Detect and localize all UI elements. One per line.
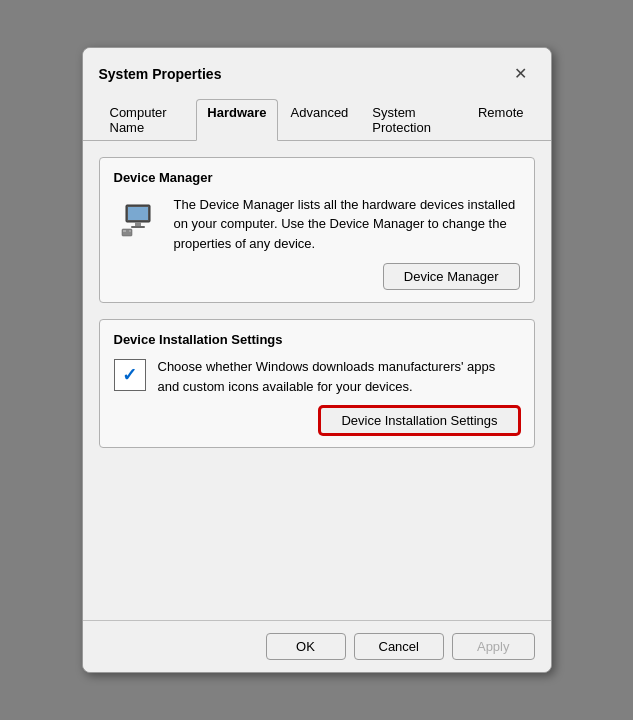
checkmark-icon: ✓	[122, 364, 137, 386]
device-manager-row: The Device Manager lists all the hardwar…	[114, 195, 520, 254]
content-area: Device Manager	[83, 141, 551, 621]
hardware-icon-svg	[118, 199, 158, 239]
tab-bar: Computer Name Hardware Advanced System P…	[83, 92, 551, 141]
device-manager-btn-row: Device Manager	[114, 263, 520, 290]
svg-rect-1	[128, 207, 148, 220]
device-manager-section: Device Manager	[99, 157, 535, 304]
svg-rect-3	[131, 226, 145, 228]
system-properties-dialog: System Properties ✕ Computer Name Hardwa…	[82, 47, 552, 674]
device-installation-description: Choose whether Windows downloads manufac…	[158, 357, 520, 396]
close-button[interactable]: ✕	[507, 60, 535, 88]
svg-point-6	[129, 230, 131, 232]
tab-system-protection[interactable]: System Protection	[361, 99, 465, 141]
tab-computer-name[interactable]: Computer Name	[99, 99, 195, 141]
device-installation-title: Device Installation Settings	[114, 332, 520, 347]
device-manager-description: The Device Manager lists all the hardwar…	[174, 195, 520, 254]
dialog-title: System Properties	[99, 66, 222, 82]
svg-rect-5	[123, 230, 126, 232]
device-installation-row: ✓ Choose whether Windows downloads manuf…	[114, 357, 520, 396]
apply-button[interactable]: Apply	[452, 633, 535, 660]
close-icon: ✕	[514, 64, 527, 83]
device-manager-title: Device Manager	[114, 170, 520, 185]
device-installation-section: Device Installation Settings ✓ Choose wh…	[99, 319, 535, 448]
cancel-button[interactable]: Cancel	[354, 633, 444, 660]
device-manager-button[interactable]: Device Manager	[383, 263, 520, 290]
device-installation-checkbox[interactable]: ✓	[114, 359, 146, 391]
footer: OK Cancel Apply	[83, 620, 551, 672]
tab-advanced[interactable]: Advanced	[280, 99, 360, 141]
device-installation-button[interactable]: Device Installation Settings	[319, 406, 519, 435]
ok-button[interactable]: OK	[266, 633, 346, 660]
device-manager-icon	[114, 195, 162, 243]
tab-hardware[interactable]: Hardware	[196, 99, 277, 141]
tab-remote[interactable]: Remote	[467, 99, 535, 141]
device-installation-btn-row: Device Installation Settings	[114, 406, 520, 435]
empty-area	[99, 464, 535, 604]
title-bar: System Properties ✕	[83, 48, 551, 88]
